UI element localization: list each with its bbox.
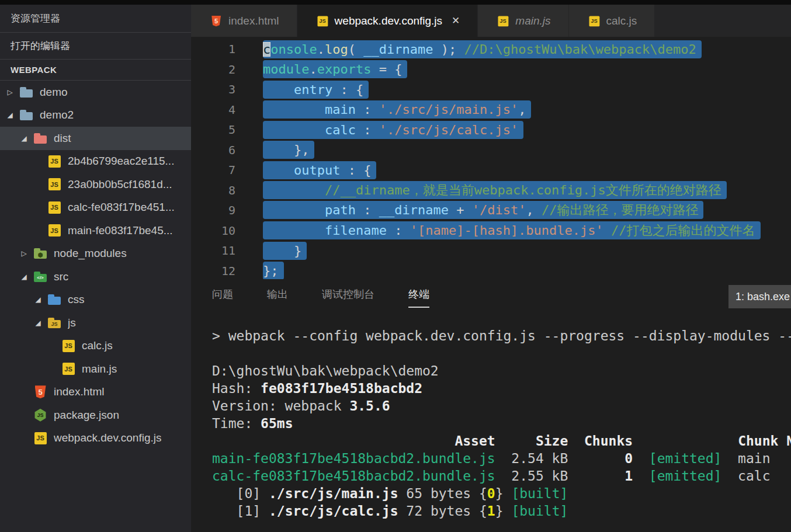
chevron-expanded-icon[interactable]: ◢ [32,295,44,304]
code-content: path : __dirname + '/dist', //输出路径，要用绝对路… [263,201,703,219]
selection-highlight: } [263,242,307,260]
terminal-line-8: main-fe083f17be4518bacbd2.bundle.js 2.54… [212,450,791,467]
tab-calc.js[interactable]: calc.js [569,5,655,37]
tab-index.html[interactable]: index.html [191,5,297,37]
tree-item-node_modules[interactable]: ▷node_modules [0,242,191,266]
tree-item-demo[interactable]: ▷demo [0,81,191,104]
file-tree: ▷demo◢demo2◢dist2b4b6799eac2e115...23a0b… [0,81,191,450]
selection-highlight: //__dirname，就是当前webpack.config.js文件所在的绝对… [263,181,727,199]
code-area: 1console.log( __dirname ); //D:\ghostWu\… [191,39,791,281]
selection-highlight: }, [263,141,314,159]
panel-tab-调试控制台[interactable]: 调试控制台 [322,287,374,307]
open-editors-header[interactable]: 打开的编辑器 [0,33,191,60]
panel-tab-问题[interactable]: 问题 [212,287,233,307]
tree-item-23a0bb0b5cf1681d...[interactable]: 23a0bb0b5cf1681d... [0,173,191,196]
folder-node-icon [33,246,48,261]
line-number: 8 [191,183,235,197]
tab-label: calc.js [606,15,637,27]
chevron-expanded-icon[interactable]: ◢ [4,111,16,119]
chevron-collapsed-icon[interactable]: ▷ [4,88,16,96]
line-number: 1 [191,42,235,56]
js-file-icon [47,177,62,192]
tree-item-label: src [54,270,68,283]
tree-item-label: index.html [54,385,105,398]
code-content: }; [263,263,284,278]
code-line-10: 10 filename : '[name]-[hash].bundle.js' … [191,221,791,241]
code-line-8: 8 //__dirname，就是当前webpack.config.js文件所在的… [191,180,791,201]
tree-item-main.js[interactable]: main.js [0,357,191,381]
line-number: 2 [191,62,235,77]
tree-item-main-fe083f17be45...[interactable]: main-fe083f17be45... [0,219,191,242]
code-content: filename : '[name]-[hash].bundle.js' //打… [263,222,761,239]
editor-group: index.htmlwebpack.dev.config.js✕main.jsc… [191,5,791,532]
js-file-icon [316,14,329,27]
tree-item-label: webpack.dev.config.js [54,432,161,444]
js-file-icon [497,14,509,27]
tree-item-calc.js[interactable]: calc.js [0,335,191,358]
js-file-icon [47,200,62,215]
panel-tab-输出[interactable]: 输出 [267,287,288,307]
line-number: 11 [191,244,235,258]
text-cursor: c [263,42,270,57]
panel-tab-终端[interactable]: 终端 [408,287,429,308]
folder-css-icon [47,292,62,307]
selection-highlight: filename : '[name]-[hash].bundle.js' //打… [263,221,761,239]
selection-highlight: calc : './src/js/calc.js' [263,121,523,139]
terminal-output[interactable]: > webpack --config webpack.dev.config.js… [191,327,791,520]
html-file-icon [210,14,223,27]
node-json-icon [33,408,48,423]
editor[interactable]: 1console.log( __dirname ); //D:\ghostWu\… [191,37,791,281]
js-file-icon [61,338,76,353]
tree-item-demo2[interactable]: ◢demo2 [0,104,191,127]
js-file-icon [47,223,62,238]
close-icon[interactable]: ✕ [452,15,460,27]
tree-item-label: 23a0bb0b5cf1681d... [68,178,172,191]
selection-highlight: entry : { [263,81,369,99]
code-line-4: 4 main : './src/js/main.js', [191,100,791,120]
terminal-line-4: Hash: fe083f17be4518bacbd2 [212,380,791,397]
code-content: calc : './src/js/calc.js' [263,123,523,137]
tab-label: webpack.dev.config.js [335,15,442,27]
folder-blue-icon [19,85,34,100]
tree-item-webpack.dev.config.js[interactable]: webpack.dev.config.js [0,427,191,450]
code-line-12: 12}; [191,261,791,281]
code-content: } [263,244,307,258]
tree-item-label: main.js [82,363,117,375]
terminal-line-11: [1] ./src/js/calc.js 72 bytes {1} [built… [212,502,791,520]
chevron-collapsed-icon[interactable]: ▷ [18,249,30,258]
tab-bar: index.htmlwebpack.dev.config.js✕main.jsc… [191,5,791,37]
tree-item-calc-fe083f17be451...[interactable]: calc-fe083f17be451... [0,196,191,220]
tree-item-src[interactable]: ◢src [0,265,191,288]
line-number: 10 [191,224,235,238]
code-content: }, [263,142,314,157]
tree-item-label: calc-fe083f17be451... [68,201,175,214]
code-line-5: 5 calc : './src/js/calc.js' [191,120,791,140]
chevron-expanded-icon[interactable]: ◢ [32,319,44,327]
code-content: //__dirname，就是当前webpack.config.js文件所在的绝对… [263,182,727,199]
tree-item-label: main-fe083f17be45... [68,224,173,237]
tree-item-js[interactable]: ◢js [0,311,191,335]
tree-item-css[interactable]: ◢css [0,288,191,312]
code-content: console.log( __dirname ); //D:\ghostWu\b… [263,42,702,57]
tree-item-label: js [68,317,76,329]
selection-highlight: module.exports = { [263,60,407,78]
tree-item-label: css [68,293,85,306]
folder-blue-icon [19,107,34,123]
tree-item-label: dist [54,132,71,145]
vscode-window: 资源管理器 打开的编辑器 WEBPACK ▷demo◢demo2◢dist2b4… [0,0,791,532]
chevron-expanded-icon[interactable]: ◢ [18,134,30,142]
explorer-sidebar: 资源管理器 打开的编辑器 WEBPACK ▷demo◢demo2◢dist2b4… [0,5,191,532]
line-number: 12 [191,264,235,278]
tab-webpack.dev.config.js[interactable]: webpack.dev.config.js✕ [297,5,478,37]
tree-item-label: calc.js [82,339,113,352]
chevron-expanded-icon[interactable]: ◢ [18,273,30,281]
terminal-selector-dropdown[interactable]: 1: bash.exe [728,285,791,308]
tree-item-2b4b6799eac2e115...[interactable]: 2b4b6799eac2e115... [0,150,191,173]
tree-item-package.json[interactable]: package.json [0,404,191,427]
tree-item-index.html[interactable]: index.html [0,381,191,404]
tree-item-dist[interactable]: ◢dist [0,127,191,150]
tab-main.js[interactable]: main.js [478,5,568,37]
workspace-section-header[interactable]: WEBPACK [0,60,191,81]
terminal-line-2 [212,345,791,362]
code-line-1: 1console.log( __dirname ); //D:\ghostWu\… [191,39,791,60]
